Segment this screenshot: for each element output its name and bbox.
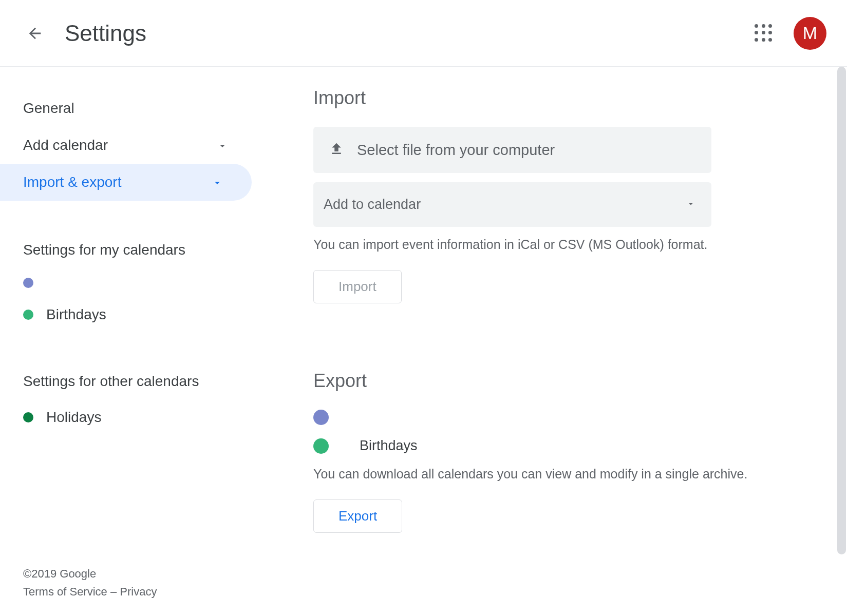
export-section: Export Birthdays You can download all ca… — [313, 370, 785, 533]
other-calendars-title: Settings for other calendars — [0, 358, 252, 400]
nav-label: Import & export — [23, 174, 121, 190]
import-button[interactable]: Import — [313, 270, 402, 303]
apps-dot-icon — [762, 38, 765, 42]
main-content: Import Select file from your computer Ad… — [252, 67, 847, 616]
apps-dot-icon — [768, 31, 772, 34]
chevron-down-icon — [216, 139, 229, 151]
arrow-back-icon — [26, 25, 44, 42]
apps-dot-icon — [768, 24, 772, 28]
privacy-link[interactable]: Privacy — [120, 585, 157, 598]
nav-general[interactable]: General — [0, 90, 252, 127]
export-button[interactable]: Export — [313, 499, 402, 533]
account-avatar[interactable]: M — [794, 17, 826, 50]
footer-links: Terms of Service – Privacy — [23, 583, 157, 601]
chevron-down-icon — [211, 176, 223, 188]
calendar-color-dot — [23, 310, 33, 320]
calendar-color-dot — [313, 438, 329, 454]
apps-dot-icon — [768, 38, 772, 42]
select-file-button[interactable]: Select file from your computer — [313, 127, 711, 173]
upload-icon — [329, 141, 344, 159]
apps-launcher-button[interactable] — [755, 24, 773, 43]
page-title: Settings — [65, 21, 146, 46]
dropdown-label: Add to calendar — [324, 197, 421, 213]
add-to-calendar-dropdown[interactable]: Add to calendar — [313, 182, 711, 227]
calendar-label: Holidays — [46, 409, 101, 426]
my-calendar-item[interactable] — [0, 268, 252, 297]
export-calendar-item — [313, 410, 785, 425]
copyright: ©2019 Google — [23, 565, 157, 583]
calendar-color-dot — [23, 412, 33, 422]
body: General Add calendar Import & export Set… — [0, 67, 847, 616]
nav-import-export[interactable]: Import & export — [0, 164, 252, 201]
export-title: Export — [313, 370, 785, 392]
terms-link[interactable]: Terms of Service — [23, 585, 107, 598]
header-left: Settings — [26, 21, 146, 46]
header: Settings M — [0, 0, 847, 67]
calendar-color-dot — [23, 278, 33, 288]
select-file-label: Select file from your computer — [357, 142, 555, 159]
apps-dot-icon — [755, 24, 758, 28]
export-calendar-item: Birthdays — [313, 438, 785, 454]
footer: ©2019 Google Terms of Service – Privacy — [23, 565, 157, 601]
nav-label: Add calendar — [23, 137, 108, 153]
nav-label: General — [23, 100, 74, 117]
calendar-color-dot — [313, 410, 329, 425]
dropdown-arrow-icon — [686, 199, 696, 211]
sidebar: General Add calendar Import & export Set… — [0, 67, 252, 616]
nav-add-calendar[interactable]: Add calendar — [0, 127, 252, 164]
other-calendar-item[interactable]: Holidays — [0, 400, 252, 435]
export-calendar-label: Birthdays — [360, 438, 418, 454]
import-title: Import — [313, 87, 785, 109]
apps-dot-icon — [755, 38, 758, 42]
header-right: M — [755, 17, 826, 50]
export-help-text: You can download all calendars you can v… — [313, 467, 785, 482]
separator: – — [107, 585, 120, 598]
apps-dot-icon — [762, 31, 765, 34]
apps-dot-icon — [755, 31, 758, 34]
calendar-label: Birthdays — [46, 306, 106, 323]
back-arrow-button[interactable] — [26, 24, 44, 43]
scrollbar[interactable] — [837, 67, 846, 554]
import-help-text: You can import event information in iCal… — [313, 237, 785, 252]
my-calendars-title: Settings for my calendars — [0, 226, 252, 268]
my-calendar-item[interactable]: Birthdays — [0, 297, 252, 332]
apps-dot-icon — [762, 24, 765, 28]
